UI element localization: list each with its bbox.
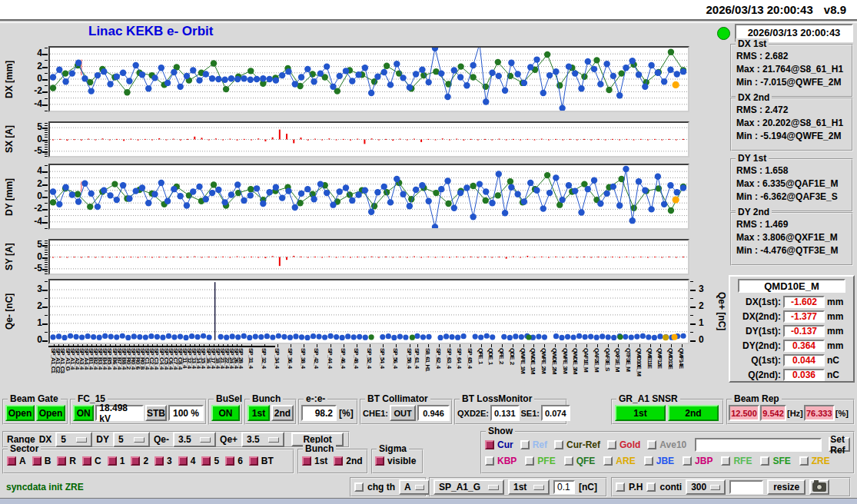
fc15-stb-button[interactable]: STB (145, 405, 167, 421)
show-ave10-checkbox[interactable] (647, 440, 656, 449)
monitor-row-unit: nC (827, 355, 839, 366)
minor-tick (45, 104, 48, 105)
camera-button[interactable] (809, 479, 829, 495)
sy-plot-canvas (50, 240, 688, 274)
sx-ytick: 0 (21, 134, 42, 144)
show-cur-ref-checkbox[interactable] (554, 440, 563, 449)
sector-3-checkbox[interactable] (154, 456, 164, 466)
set-ref-button[interactable]: Set Ref (829, 437, 850, 452)
minor-tick (45, 340, 48, 341)
sector-5-checkbox[interactable] (201, 456, 211, 466)
bunch-2nd: 2nd (334, 456, 362, 466)
busel-on-button[interactable]: ON (211, 405, 240, 421)
gr-snsr-2nd-button[interactable]: 2nd (668, 405, 719, 421)
minor-tick (45, 307, 48, 307)
x-tick (576, 344, 576, 347)
show-kbp-checkbox[interactable] (485, 456, 494, 466)
show-qfe-label: QFE (576, 456, 596, 466)
gr-snsr-1st-button[interactable]: 1st (615, 405, 666, 421)
bunch-2nd-button[interactable]: 2nd (271, 405, 294, 421)
show-ref-checkbox[interactable] (520, 440, 530, 449)
bt-collimator-out-button[interactable]: OUT (390, 405, 416, 421)
sector-b-checkbox[interactable] (32, 456, 42, 466)
resize-button[interactable]: resize (767, 479, 806, 495)
minor-tick (45, 257, 48, 258)
x-tick (513, 344, 513, 347)
dropdown-dash-icon (533, 485, 544, 490)
x-element-label: QWFE_2M (540, 348, 547, 373)
show-pfe: PFE (525, 456, 555, 466)
show-are-checkbox[interactable] (603, 456, 613, 466)
range-qep-select[interactable]: 3.5 (241, 432, 284, 447)
stat-line: Max : 6.335@QAF1E_M (732, 177, 852, 191)
chg-th-checkbox[interactable] (354, 482, 364, 492)
show-jbe-checkbox[interactable] (644, 456, 653, 466)
range-qem-select[interactable]: 3.5 (173, 432, 216, 447)
chg-th-value: A (404, 482, 411, 492)
sector-c-label: C (95, 456, 101, 466)
count-input[interactable] (729, 480, 763, 494)
sy-ytick: 5 (21, 239, 42, 250)
conti-checkbox[interactable] (646, 482, 656, 492)
ph-checkbox[interactable] (616, 482, 625, 492)
x-tick (383, 344, 384, 347)
sp-select[interactable]: SP_A1_G (433, 479, 504, 495)
bunch-2nd-checkbox[interactable] (334, 456, 343, 466)
x-tick (671, 344, 672, 347)
bunch2-group: Bunch 1st2nd (297, 449, 368, 474)
show-qfe-checkbox[interactable] (564, 456, 573, 466)
beam-gate-open-2-button[interactable]: Open (36, 405, 65, 421)
sector-2-checkbox[interactable] (131, 456, 140, 466)
x-tick (639, 344, 640, 347)
range-qep-value: 3.5 (247, 434, 260, 445)
show-gold-checkbox[interactable] (607, 440, 616, 449)
chg-th-select[interactable]: A (399, 479, 430, 495)
sector-r-checkbox[interactable] (57, 456, 66, 466)
x-tick (291, 344, 291, 347)
count-select[interactable]: 300 (686, 479, 726, 495)
show-cur-checkbox[interactable] (485, 440, 494, 449)
sector-6-checkbox[interactable] (225, 456, 234, 466)
x-element-label: SP_38_4 (300, 348, 307, 368)
minor-tick (690, 307, 693, 307)
show-rfe-checkbox[interactable] (721, 456, 730, 466)
show-rfe-label: RFE (733, 456, 752, 466)
show-item-label: Cur-Ref (566, 439, 600, 450)
x-tick (566, 344, 566, 347)
minor-tick (45, 254, 48, 255)
bunch-group: Bunch 1st 2nd (244, 399, 297, 425)
sector-title: Sector (8, 443, 41, 454)
sector-bt-checkbox[interactable] (249, 456, 258, 466)
sector-c-checkbox[interactable] (82, 456, 91, 466)
x-element-label: QWDE_1M (530, 348, 536, 373)
dx-plot (48, 46, 689, 112)
fc15-on-button[interactable]: ON (73, 405, 94, 421)
sx-axis-label: SX [A] (3, 121, 15, 158)
minor-tick (45, 134, 48, 135)
range-dy-select[interactable]: 5 (113, 432, 150, 447)
monitor-row: DX(1st):-1.602mm (730, 294, 853, 309)
ee-ratio-unit: [%] (339, 408, 354, 419)
stat-box-dx-1st: DX 1stRMS : 2.682Max : 21.764@S8_61_H1Mi… (730, 44, 853, 98)
q-threshold-input[interactable] (553, 480, 575, 494)
range-dx-select[interactable]: 5 (55, 432, 92, 447)
beam-rep-value-3: 76.333 (804, 405, 835, 421)
ref-input[interactable] (695, 438, 822, 452)
show-zre-checkbox[interactable] (799, 456, 809, 466)
sigma-visible-checkbox[interactable] (375, 456, 384, 466)
bunch-1st-checkbox[interactable] (302, 456, 311, 466)
beam-gate-open-1-button[interactable]: Open (5, 405, 35, 421)
x-element-label: SP_54_4 (379, 348, 386, 368)
sp-bunch-select[interactable]: 1st (508, 479, 550, 495)
bunch-1st-button[interactable]: 1st (247, 405, 270, 421)
show-jbp-checkbox[interactable] (683, 456, 692, 466)
x-tick (370, 344, 370, 347)
show-pfe-checkbox[interactable] (525, 456, 534, 466)
sector-a-checkbox[interactable] (7, 456, 16, 466)
minor-tick (45, 267, 48, 267)
sector-b-label: B (45, 456, 51, 466)
sector-4-checkbox[interactable] (178, 456, 188, 466)
show-sfe-checkbox[interactable] (760, 456, 769, 466)
x-element-label: SP_58_4 (406, 348, 413, 368)
sector-1-checkbox[interactable] (108, 456, 117, 466)
